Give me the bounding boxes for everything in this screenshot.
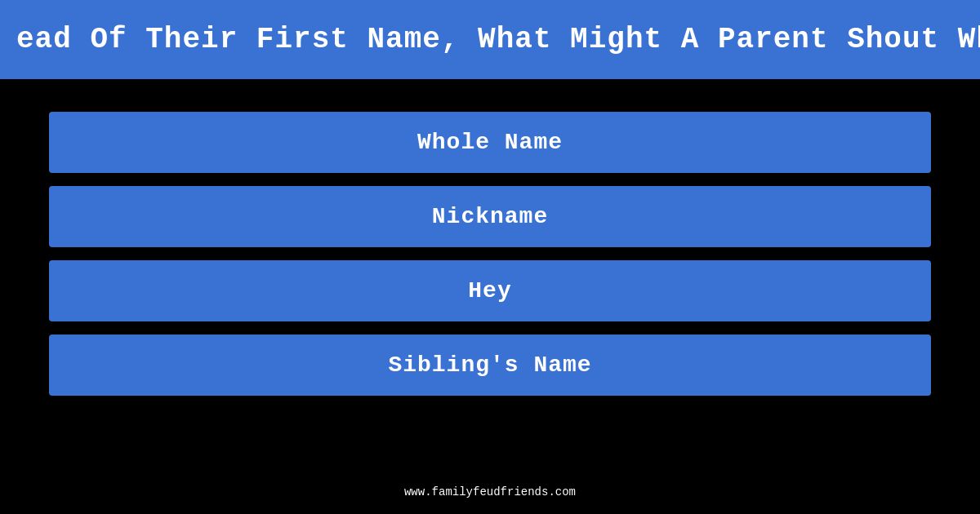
answer-button-4[interactable]: Sibling's Name bbox=[49, 335, 931, 396]
header-text: ead Of Their First Name, What Might A Pa… bbox=[16, 23, 980, 56]
answer-button-1[interactable]: Whole Name bbox=[49, 112, 931, 173]
answer-button-3[interactable]: Hey bbox=[49, 260, 931, 321]
answer-label-4: Sibling's Name bbox=[388, 352, 591, 378]
content-area: Whole Name Nickname Hey Sibling's Name bbox=[0, 79, 980, 412]
answer-label-2: Nickname bbox=[432, 204, 548, 229]
footer-url: www.familyfeudfriends.com bbox=[404, 485, 576, 498]
answer-label-1: Whole Name bbox=[417, 130, 563, 155]
answer-label-3: Hey bbox=[468, 278, 511, 304]
answer-button-2[interactable]: Nickname bbox=[49, 186, 931, 247]
header-bar: ead Of Their First Name, What Might A Pa… bbox=[0, 0, 980, 79]
footer: www.familyfeudfriends.com bbox=[0, 485, 980, 499]
